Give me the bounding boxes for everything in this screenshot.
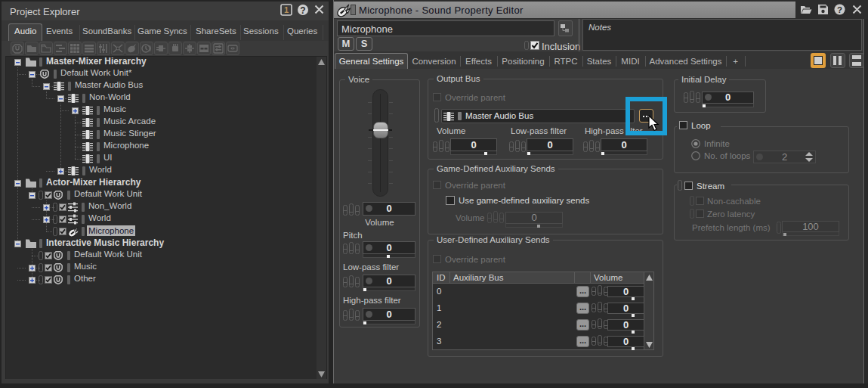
svg-text:?: ? xyxy=(300,5,305,16)
svg-text:1: 1 xyxy=(284,5,289,14)
svg-text:?: ? xyxy=(837,5,842,14)
